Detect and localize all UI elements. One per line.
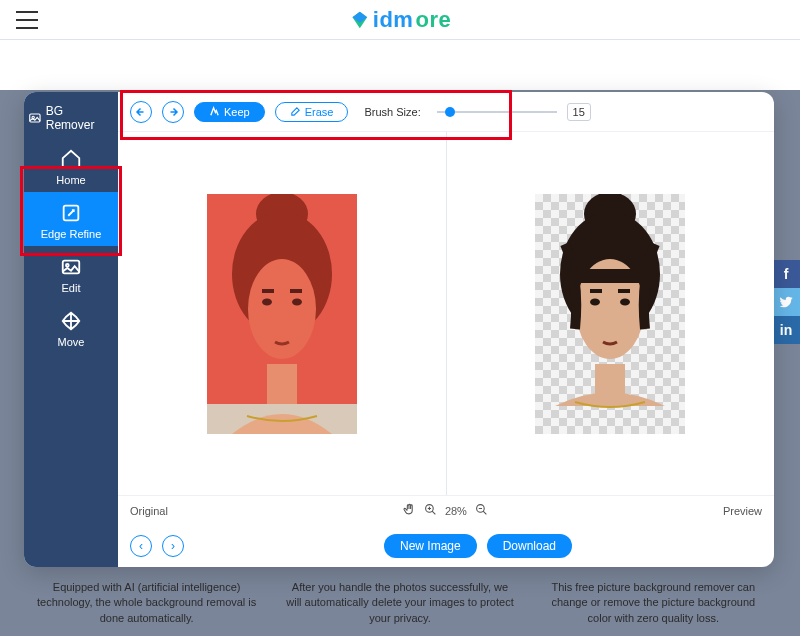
zoom-in-button[interactable] [424,503,437,519]
sidebar-item-label: Move [58,336,85,348]
brush-size-value[interactable]: 15 [567,103,591,121]
twitter-share[interactable] [772,288,800,316]
editor-main: Keep Erase Brush Size: 15 [118,92,774,567]
status-preview-label: Preview [723,505,762,517]
prev-image-button[interactable]: ‹ [130,535,152,557]
sidebar-item-move[interactable]: Move [24,300,118,354]
sidebar: BG Remover Home Edge Refine Edit Move [24,92,118,567]
zoom-out-button[interactable] [475,503,488,519]
feature-quality: This free picture background remover can… [539,580,767,626]
brand-mark-icon [349,9,371,31]
page-strip [0,40,800,90]
erase-label: Erase [305,106,334,118]
sidebar-item-label: Edge Refine [41,228,102,240]
edge-refine-icon [60,202,82,224]
hamburger-menu[interactable] [16,11,38,29]
edit-icon [60,256,82,278]
sidebar-item-label: Home [56,174,85,186]
sidebar-item-home[interactable]: Home [24,138,118,192]
svg-rect-22 [590,289,602,293]
svg-point-20 [590,298,600,305]
sidebar-title: BG Remover [24,98,118,138]
status-original-label: Original [130,505,168,517]
linkedin-share[interactable]: in [772,316,800,344]
brand-text-2: ore [415,7,451,33]
status-bar: Original 28% Preview [118,495,774,525]
sidebar-item-edge-refine[interactable]: Edge Refine [24,192,118,246]
brand-text-1: idm [373,7,414,33]
sidebar-title-text: BG Remover [46,104,114,132]
feature-privacy: After you handle the photos successfully… [286,580,514,626]
erase-tool[interactable]: Erase [275,102,349,122]
pan-tool[interactable] [403,503,416,519]
original-image [207,194,357,434]
brand-logo: idmore [349,7,451,33]
svg-rect-25 [573,269,647,283]
keep-tool[interactable]: Keep [194,102,265,122]
sidebar-item-label: Edit [62,282,81,294]
svg-point-21 [620,298,630,305]
svg-point-4 [66,264,69,267]
home-icon [60,148,82,170]
svg-rect-23 [618,289,630,293]
facebook-share[interactable]: f [772,260,800,288]
original-pane[interactable] [118,132,447,495]
redo-button[interactable] [162,101,184,123]
toolbar: Keep Erase Brush Size: 15 [118,92,774,132]
feature-ai: Equipped with AI (artificial intelligenc… [33,580,261,626]
next-image-button[interactable]: › [162,535,184,557]
svg-rect-16 [207,194,357,404]
preview-image [535,194,685,434]
download-button[interactable]: Download [487,534,572,558]
editor-modal: BG Remover Home Edge Refine Edit Move [24,92,774,567]
zoom-value: 28% [445,505,467,517]
editor-panes [118,132,774,495]
move-icon [60,310,82,332]
sidebar-item-edit[interactable]: Edit [24,246,118,300]
brush-size-label: Brush Size: [364,106,420,118]
footer-bar: ‹ › New Image Download [118,525,774,567]
new-image-button[interactable]: New Image [384,534,477,558]
brush-size-slider[interactable] [437,105,557,119]
feature-text: Equipped with AI (artificial intelligenc… [0,580,800,626]
keep-label: Keep [224,106,250,118]
preview-pane[interactable] [447,132,775,495]
social-rail: f in [772,260,800,344]
undo-button[interactable] [130,101,152,123]
